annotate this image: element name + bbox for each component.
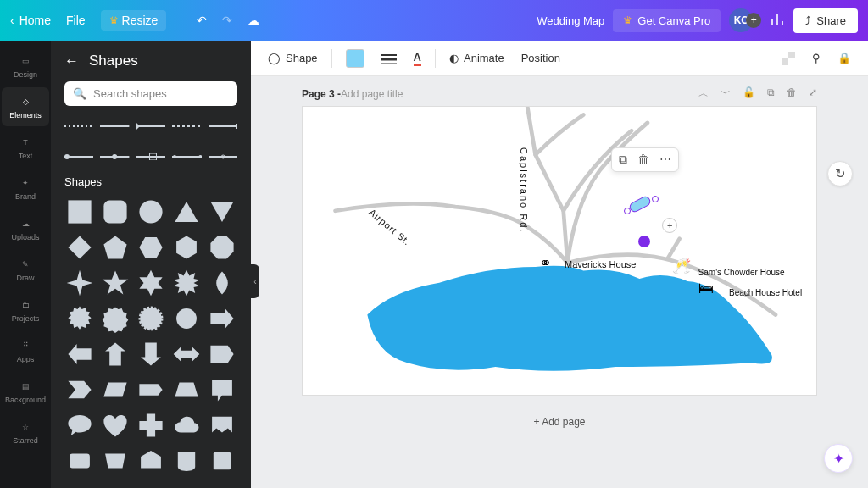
show-pages-button[interactable]: ↻ [827, 161, 853, 186]
shape-star6[interactable] [136, 268, 166, 298]
shape-star5[interactable] [100, 268, 131, 298]
shape-arrow-pentagon[interactable] [207, 339, 237, 369]
shape-heart[interactable] [100, 410, 131, 441]
shape-misc[interactable] [100, 446, 131, 476]
duplicate-page-button[interactable]: ⧉ [767, 86, 775, 101]
line-style[interactable] [64, 145, 93, 169]
more-icon[interactable]: ⋯ [659, 152, 671, 167]
line-style[interactable] [172, 114, 201, 138]
shape-triangle-down[interactable] [207, 197, 237, 227]
shape-octagon[interactable] [207, 232, 237, 263]
rail-text[interactable]: T Text [2, 128, 49, 167]
shape-misc[interactable] [171, 446, 202, 476]
lock-button[interactable]: 🔒 [831, 47, 858, 69]
shape-arrow-right[interactable] [207, 303, 237, 334]
shape-arrow-both[interactable] [171, 339, 202, 369]
cloud-sync-icon[interactable]: ☁ [248, 14, 259, 27]
shape-misc[interactable] [207, 446, 237, 476]
shape-hexagon-v[interactable] [171, 232, 202, 263]
shape-triangle[interactable] [171, 197, 202, 227]
rail-elements[interactable]: ◇ Elements [2, 87, 49, 126]
shape-arrow-left[interactable] [64, 339, 95, 369]
shape-rounded-diamond[interactable] [207, 268, 237, 298]
shape-misc[interactable] [64, 446, 95, 476]
add-element-button[interactable]: + [662, 218, 677, 233]
shape-cloud[interactable] [171, 410, 202, 441]
page-up-button[interactable]: ︿ [698, 86, 709, 101]
shape-type-button[interactable]: ◯ Shape [261, 47, 325, 69]
canvas-page[interactable]: Capistrano Rd. Airport St. ⚭ Mavericks H… [302, 106, 817, 396]
expand-page-button[interactable]: ⤢ [809, 86, 817, 101]
animate-button[interactable]: ◐ Animate [442, 47, 511, 69]
home-button[interactable]: ‹ Home [10, 14, 51, 27]
line-style[interactable] [100, 145, 129, 169]
search-input[interactable]: 🔍 Search shapes [64, 81, 237, 106]
line-style[interactable] [172, 145, 201, 169]
shape-circle[interactable] [136, 197, 166, 227]
shape-banner[interactable] [207, 410, 237, 441]
page-title-input[interactable]: Add page title [341, 88, 403, 100]
label-mavericks[interactable]: Mavericks House [565, 259, 636, 269]
file-menu[interactable]: File [66, 14, 86, 27]
back-arrow-icon[interactable]: ← [64, 53, 79, 69]
resize-button[interactable]: ♛ Resize [101, 10, 167, 30]
shape-arrow-up[interactable] [100, 339, 131, 369]
lock-page-button[interactable]: 🔓 [743, 86, 755, 101]
add-page-button[interactable]: + Add page [302, 409, 817, 435]
delete-page-button[interactable]: 🗑 [787, 86, 797, 101]
undo-icon[interactable]: ↶ [197, 14, 207, 27]
shape-rounded-square[interactable] [100, 197, 131, 227]
transparency-button[interactable] [775, 47, 802, 69]
rail-draw[interactable]: ✎ Draw [2, 250, 49, 289]
label-sams[interactable]: Sam's Chowder House [698, 268, 785, 277]
line-style[interactable] [100, 114, 129, 138]
page-down-button[interactable]: ﹀ [721, 86, 731, 101]
label-beach[interactable]: Beach House Hotel [729, 288, 802, 297]
shape-chevron[interactable] [64, 374, 95, 405]
add-member-button[interactable]: + [746, 13, 761, 28]
rail-projects[interactable]: 🗀 Projects [2, 291, 49, 330]
bed-icon[interactable]: 🛏 [698, 280, 714, 297]
text-color-button[interactable]: A [407, 47, 428, 70]
shape-parallelogram[interactable] [100, 374, 131, 405]
line-style[interactable] [64, 114, 93, 138]
rail-design[interactable]: ▭ Design [2, 47, 49, 86]
shape-gear[interactable] [171, 303, 202, 334]
copy-style-button[interactable]: ⚲ [805, 47, 827, 69]
line-style[interactable] [209, 114, 237, 138]
fill-color-button[interactable] [339, 45, 371, 72]
rail-starred[interactable]: ☆ Starred [2, 413, 49, 452]
shape-seal[interactable] [64, 303, 95, 334]
magic-button[interactable]: ✦ [824, 444, 853, 473]
trash-icon[interactable]: 🗑 [637, 152, 649, 167]
position-button[interactable]: Position [515, 47, 567, 69]
shape-scallop[interactable] [136, 303, 166, 334]
shape-badge[interactable] [100, 303, 131, 334]
shape-diamond[interactable] [64, 232, 95, 263]
shape-hexagon[interactable] [136, 232, 166, 263]
document-title[interactable]: Wedding Map [259, 14, 613, 27]
line-style[interactable] [136, 145, 165, 169]
line-style[interactable] [136, 114, 165, 138]
rail-brand[interactable]: ✦ Brand [2, 169, 49, 208]
shape-trapezoid[interactable] [171, 374, 202, 405]
border-style-button[interactable] [375, 48, 403, 69]
shape-speech-square[interactable] [207, 374, 237, 405]
line-style[interactable] [209, 145, 237, 169]
shape-burst[interactable] [171, 268, 202, 298]
rings-icon[interactable]: ⚭ [539, 253, 552, 272]
get-pro-button[interactable]: ♛ Get Canva Pro [613, 9, 721, 32]
shape-misc[interactable] [136, 446, 166, 476]
rail-apps[interactable]: ⠿ Apps [2, 331, 49, 370]
analytics-icon[interactable] [770, 12, 785, 30]
shape-plus[interactable] [136, 410, 166, 441]
shape-pentagon[interactable] [100, 232, 131, 263]
shape-tag[interactable] [136, 374, 166, 405]
cheers-icon[interactable]: 🥂 [672, 257, 691, 275]
share-button[interactable]: ⤴ Share [793, 8, 858, 33]
shape-arrow-down[interactable] [136, 339, 166, 369]
shape-square[interactable] [64, 197, 95, 227]
redo-icon[interactable]: ↷ [222, 14, 232, 27]
shape-star4[interactable] [64, 268, 95, 298]
panel-content[interactable]: Shapes [51, 114, 251, 488]
